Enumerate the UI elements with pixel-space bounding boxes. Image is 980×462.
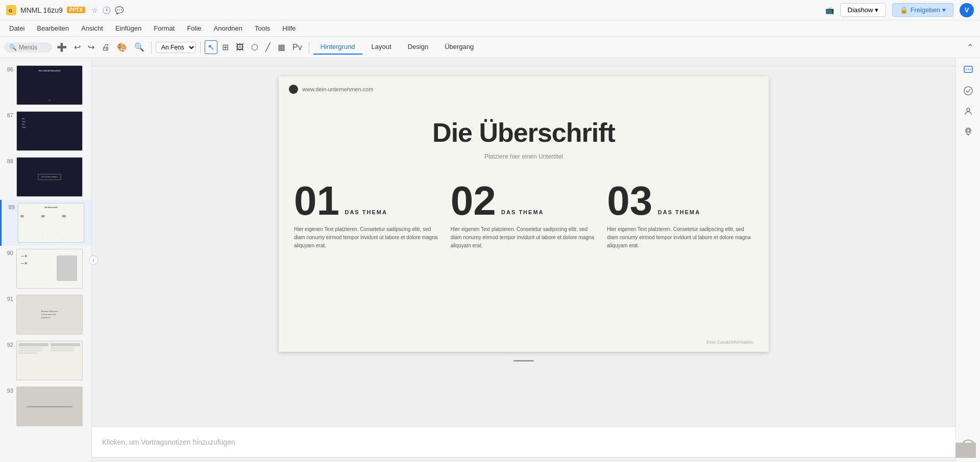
search-icon: 🔍 xyxy=(9,44,17,51)
slide-thumb-89[interactable]: 89 Die Überschrift 01 02 03 ___ ___ ___ xyxy=(0,200,91,246)
right-panel-icon-chat[interactable] xyxy=(960,62,976,79)
undo-button[interactable]: ↩ xyxy=(71,41,83,54)
image-button[interactable]: 🖼 xyxy=(233,41,247,54)
slide-thumb-91[interactable]: 91 Auf diesen Punkt kommtes dir auf dies… xyxy=(0,292,91,338)
svg-point-8 xyxy=(967,129,970,132)
menu-format[interactable]: Format xyxy=(149,22,180,34)
slide-thumb-92[interactable]: 92 xyxy=(0,338,91,383)
col3-number: 03 xyxy=(607,181,652,221)
print-button[interactable]: 🖨 xyxy=(99,41,112,54)
right-panel-icon-check[interactable] xyxy=(960,83,976,99)
slide-num-86: 86 xyxy=(4,66,13,72)
slide-thumb-86[interactable]: 86 Hier steht die Überschrift 05 xyxy=(0,62,91,108)
menu-tools[interactable]: Tools xyxy=(250,22,275,34)
menu-folie[interactable]: Folie xyxy=(182,22,206,34)
right-panel-icon-map[interactable] xyxy=(960,123,976,140)
menu-einfuegen[interactable]: Einfügen xyxy=(110,22,146,34)
col2-number: 02 xyxy=(451,181,496,221)
right-panel-icon-person[interactable] xyxy=(960,103,976,119)
user-avatar[interactable]: V xyxy=(960,3,974,17)
bottom-scrollbar[interactable] xyxy=(92,457,955,462)
col2-theme: DAS THEMA xyxy=(501,209,544,215)
sidebar-toggle-button[interactable]: ‹ xyxy=(89,255,98,265)
slide-canvas-wrapper[interactable]: www.dein-unternehmen.com Die Überschrift… xyxy=(92,66,955,426)
toolbar-divider-1 xyxy=(151,41,152,54)
col2-number-theme: 02 DAS THEMA xyxy=(451,181,597,221)
notes-area[interactable]: Klicken, um Vortragsnotizen hinzuzufügen xyxy=(92,426,955,457)
col2-text: Hier eigenen Text platzieren. Consetetur… xyxy=(451,225,597,250)
slide-col-2: 02 DAS THEMA Hier eigenen Text platziere… xyxy=(451,181,597,250)
slide-preview-87: DerTitelderFolie xyxy=(16,111,83,151)
content-area: www.dein-unternehmen.com Die Überschrift… xyxy=(92,58,955,462)
toolbar-tab-uebergang[interactable]: Übergang xyxy=(437,40,481,55)
cursor-tool-button[interactable]: ↖ xyxy=(205,40,217,54)
add-slide-button[interactable]: ➕ xyxy=(54,41,69,54)
menu-hilfe[interactable]: Hilfe xyxy=(277,22,301,34)
menu-datei[interactable]: Datei xyxy=(4,22,30,34)
history-icon[interactable]: 🕐 xyxy=(102,6,111,14)
slide-preview-93 xyxy=(16,387,83,426)
slide-preview-92 xyxy=(16,341,83,380)
col3-text: Hier eigenen Text platzieren. Consetetur… xyxy=(607,225,753,250)
svg-point-4 xyxy=(968,69,969,70)
slide-preview-89: Die Überschrift 01 02 03 ___ ___ ___ xyxy=(18,203,84,243)
notes-placeholder: Klicken, um Vortragsnotizen hinzuzufügen xyxy=(102,438,235,446)
col3-number-theme: 03 DAS THEMA xyxy=(607,181,753,221)
redo-button[interactable]: ↪ xyxy=(85,41,97,54)
paint-format-button[interactable]: 🎨 xyxy=(114,41,130,54)
slide-subtitle[interactable]: Platziere hier einen Untertitel xyxy=(279,153,769,175)
col1-number: 01 xyxy=(294,181,339,221)
slide-num-90: 90 xyxy=(4,250,13,256)
line-button[interactable]: ╱ xyxy=(263,41,273,54)
title-icons: ☆ 🕐 💬 xyxy=(91,6,124,14)
menu-anordnen[interactable]: Anordnen xyxy=(209,22,248,34)
cast-icon[interactable]: 📺 xyxy=(825,6,834,14)
url-text: www.dein-unternehmen.com xyxy=(302,86,373,92)
collapse-toolbar-button[interactable]: ⌃ xyxy=(964,41,976,54)
slide-thumb-90[interactable]: 90 — б — б xyxy=(0,246,91,292)
col1-theme: DAS THEMA xyxy=(345,209,387,215)
toolbar-tab-layout[interactable]: Layout xyxy=(364,40,399,55)
search-input[interactable] xyxy=(19,44,47,51)
slide-num-93: 93 xyxy=(4,388,13,394)
slides-sidebar: 86 Hier steht die Überschrift 05 87 DerT… xyxy=(0,58,92,462)
svg-point-5 xyxy=(970,69,971,70)
diashow-button[interactable]: Diashow ▾ xyxy=(840,3,887,17)
menu-bearbeiten[interactable]: Bearbeiten xyxy=(32,22,74,34)
slide-num-91: 91 xyxy=(4,296,13,302)
col1-number-theme: 01 DAS THEMA xyxy=(294,181,440,221)
font-size-button[interactable]: Pv xyxy=(290,41,305,54)
slide-thumb-88[interactable]: 88 Das ist etwas wichtiges xyxy=(0,154,91,200)
zoom-tool-button[interactable]: ⊞ xyxy=(219,41,231,54)
ruler-horizontal xyxy=(92,58,955,66)
star-icon[interactable]: ☆ xyxy=(91,6,98,14)
slide-preview-91: Auf diesen Punkt kommtes dir auf dieser … xyxy=(16,295,83,335)
toolbar-tab-hintergrund[interactable]: Hintergrund xyxy=(313,40,362,55)
slide-num-88: 88 xyxy=(4,158,13,164)
menu-bar: Datei Bearbeiten Ansicht Einfügen Format… xyxy=(0,20,980,37)
toolbar-tab-design[interactable]: Design xyxy=(401,40,435,55)
svg-text:G: G xyxy=(9,8,12,13)
doc-title: MNML 16zu9 xyxy=(20,6,63,14)
zoom-select[interactable]: An Fens xyxy=(156,42,196,53)
textbox-button[interactable]: ▦ xyxy=(275,41,288,54)
freigeben-button[interactable]: 🔒 Freigeben ▾ xyxy=(892,3,953,17)
toolbar-search-box[interactable]: 🔍 xyxy=(4,42,52,53)
lock-icon: 🔒 xyxy=(900,6,908,14)
svg-point-7 xyxy=(967,108,970,111)
slide-col-3: 03 DAS THEMA Hier eigenen Text platziere… xyxy=(607,181,753,250)
shape-button[interactable]: ⬡ xyxy=(249,41,261,54)
chat-bubble-icon[interactable]: 💬 xyxy=(115,6,124,14)
right-panel: + xyxy=(955,58,980,462)
zoom-button[interactable]: 🔍 xyxy=(132,41,147,54)
toolbar: 🔍 ➕ ↩ ↪ 🖨 🎨 🔍 An Fens ↖ ⊞ 🖼 ⬡ ╱ ▦ Pv Hin… xyxy=(0,37,980,58)
slide-thumb-87[interactable]: 87 DerTitelderFolie xyxy=(0,108,91,154)
toolbar-divider-2 xyxy=(200,41,201,54)
url-dot xyxy=(289,85,298,94)
slide-footer: Eine Zusatzinformation xyxy=(706,340,753,345)
chevron-down-icon-freigeben: ▾ xyxy=(942,6,946,14)
menu-ansicht[interactable]: Ansicht xyxy=(76,22,108,34)
app-logo: G xyxy=(6,5,16,15)
slide-thumb-93[interactable]: 93 xyxy=(0,383,91,429)
pptx-badge: PPTX xyxy=(67,7,85,13)
